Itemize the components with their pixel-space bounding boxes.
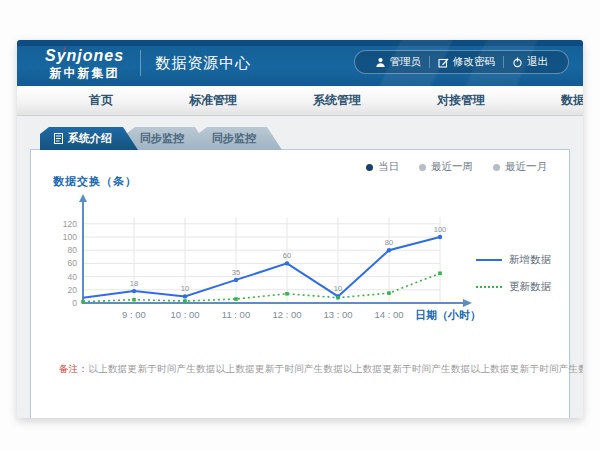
nav-item-data-change[interactable]: 数据异动 [523,92,583,109]
svg-text:80: 80 [385,238,393,247]
svg-text:60: 60 [68,258,78,268]
y-axis-title: 数据交换（条） [53,174,553,189]
svg-text:10: 10 [181,284,189,293]
radio-today[interactable]: 当日 [366,160,399,174]
company-logo: Synjones 新中新集团 [45,48,124,79]
tab-label: 同步监控 [212,131,256,146]
change-password-button[interactable]: 修改密码 [430,55,503,69]
user-icon [375,57,386,68]
chart-legend: 新增数据 更新数据 [476,253,551,294]
radio-last-month[interactable]: 最近一月 [493,160,547,174]
nav-item-standard-mgmt[interactable]: 标准管理 [151,92,275,109]
dotted-line-icon [476,286,502,288]
tab-sync-monitor-1[interactable]: 同步监控 [126,127,210,150]
svg-text:0: 0 [72,298,77,308]
logout-button[interactable]: 退出 [504,55,556,69]
admin-button[interactable]: 管理员 [367,55,430,69]
svg-text:120: 120 [63,219,77,229]
logo-text-en: Synjones [45,48,124,64]
app-header: Synjones 新中新集团 数据资源中心 管理员 [17,40,583,86]
legend-item-new-data: 新增数据 [476,253,551,267]
svg-text:9 : 00: 9 : 00 [122,309,146,320]
radio-label: 最近一周 [431,160,473,174]
edit-icon [438,57,449,68]
app-window: Synjones 新中新集团 数据资源中心 管理员 [17,40,583,418]
nav-item-system-mgmt[interactable]: 系统管理 [275,92,399,109]
svg-text:20: 20 [68,285,78,295]
nav-item-home[interactable]: 首页 [51,92,151,109]
page-background: Synjones 新中新集团 数据资源中心 管理员 [0,0,600,450]
solid-line-icon [476,259,502,261]
logo-text-cn: 新中新集团 [45,67,124,79]
app-title: 数据资源中心 [155,54,251,73]
svg-text:40: 40 [68,272,78,282]
radio-last-week[interactable]: 最近一周 [419,160,473,174]
change-password-label: 修改密码 [453,55,495,69]
user-menu: 管理员 修改密码 退出 [354,50,570,74]
svg-text:11 : 00: 11 : 00 [222,309,250,320]
nav-item-interface-mgmt[interactable]: 对接管理 [399,92,523,109]
radio-dot-icon [493,164,500,171]
admin-label: 管理员 [390,55,422,69]
svg-text:100: 100 [434,225,447,234]
radio-dot-icon [366,164,373,171]
svg-text:10 : 00: 10 : 00 [170,309,199,320]
footnote-text: 以上数据更新于时间产生数据以上数据更新于时间产生数据以上数据更新于时间产生数据以… [88,363,583,374]
chart-panel: 当日 最近一周 最近一月 数据交换（条） 0204060801001209 : … [30,149,570,418]
svg-text:日期（小时）: 日期（小时） [415,309,481,322]
svg-text:100: 100 [63,232,77,242]
radio-label: 最近一月 [505,160,547,174]
svg-text:10: 10 [334,284,342,293]
legend-label: 更新数据 [509,280,551,294]
content-area: 系统介绍 同步监控 同步监控 当日 最近一周 [17,116,583,418]
svg-text:35: 35 [232,268,240,277]
document-icon [54,133,63,144]
logout-label: 退出 [527,55,548,69]
svg-text:13 : 00: 13 : 00 [323,309,352,320]
header-divider [140,50,141,76]
tab-sync-monitor-2[interactable]: 同步监控 [198,127,282,150]
radio-label: 当日 [378,160,399,174]
line-chart: 0204060801001209 : 0010 : 0011 : 0012 : … [47,191,483,333]
svg-text:14 : 00: 14 : 00 [374,309,403,320]
radio-dot-icon [419,164,426,171]
tab-label: 同步监控 [140,131,184,146]
chart-wrap: 0204060801001209 : 0010 : 0011 : 0012 : … [47,191,553,337]
footnote-prefix: 备注： [59,363,88,374]
svg-text:12 : 00: 12 : 00 [272,309,301,320]
main-nav: 首页 标准管理 系统管理 对接管理 数据异动 [17,86,583,116]
svg-text:60: 60 [283,251,291,260]
power-icon [512,57,523,68]
legend-item-updated-data: 更新数据 [476,280,551,294]
tab-system-intro[interactable]: 系统介绍 [40,127,138,150]
svg-text:18: 18 [130,279,138,288]
footnote: 备注：以上数据更新于时间产生数据以上数据更新于时间产生数据以上数据更新于时间产生… [59,363,553,376]
tab-label: 系统介绍 [68,131,112,146]
legend-label: 新增数据 [509,253,551,267]
tab-bar: 系统介绍 同步监控 同步监控 [30,127,570,150]
svg-text:80: 80 [68,245,78,255]
time-range-selector: 当日 最近一周 最近一月 [366,160,547,174]
